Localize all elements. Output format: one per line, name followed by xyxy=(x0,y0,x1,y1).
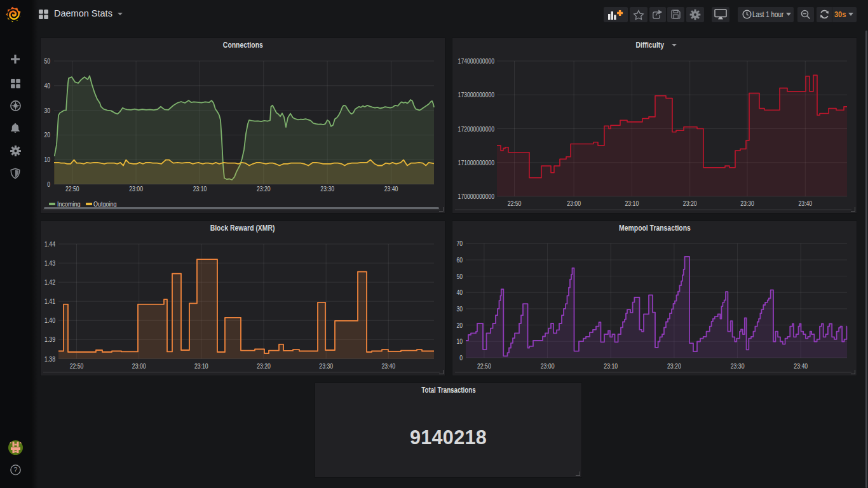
svg-text:22:50: 22:50 xyxy=(477,362,491,370)
svg-text:0: 0 xyxy=(459,353,463,362)
svg-text:172000000000: 172000000000 xyxy=(458,125,495,133)
svg-text:30: 30 xyxy=(44,106,50,114)
svg-text:23:00: 23:00 xyxy=(567,199,581,207)
svg-text:23:00: 23:00 xyxy=(132,362,146,370)
svg-text:1.43: 1.43 xyxy=(44,259,55,267)
svg-text:20: 20 xyxy=(456,321,463,329)
svg-text:23:20: 23:20 xyxy=(257,184,271,193)
svg-text:23:10: 23:10 xyxy=(194,362,208,370)
svg-text:23:30: 23:30 xyxy=(319,362,333,370)
svg-text:1.44: 1.44 xyxy=(44,240,55,248)
svg-text:23:30: 23:30 xyxy=(320,184,334,193)
svg-text:23:40: 23:40 xyxy=(798,199,812,207)
svg-text:23:20: 23:20 xyxy=(667,362,681,370)
svg-text:40: 40 xyxy=(456,288,463,296)
svg-text:23:10: 23:10 xyxy=(604,362,618,370)
svg-text:170000000000: 170000000000 xyxy=(458,192,495,200)
svg-text:?: ? xyxy=(14,466,18,473)
svg-text:23:20: 23:20 xyxy=(257,362,271,370)
svg-text:173000000000: 173000000000 xyxy=(458,90,495,98)
svg-text:23:40: 23:40 xyxy=(384,184,398,193)
svg-text:20: 20 xyxy=(44,130,50,139)
svg-text:23:20: 23:20 xyxy=(683,199,697,207)
svg-text:1.39: 1.39 xyxy=(44,335,55,343)
svg-text:50: 50 xyxy=(44,57,50,65)
svg-text:22:50: 22:50 xyxy=(508,199,522,207)
svg-text:23:00: 23:00 xyxy=(129,184,143,193)
svg-text:23:30: 23:30 xyxy=(740,199,754,207)
svg-text:60: 60 xyxy=(456,255,463,264)
svg-text:22:50: 22:50 xyxy=(65,184,79,193)
svg-text:10: 10 xyxy=(44,155,50,163)
svg-text:30: 30 xyxy=(456,304,463,313)
svg-text:1.40: 1.40 xyxy=(44,316,55,324)
svg-text:23:40: 23:40 xyxy=(381,362,395,370)
svg-text:1.38: 1.38 xyxy=(44,355,55,363)
svg-text:50: 50 xyxy=(456,272,463,280)
svg-text:23:40: 23:40 xyxy=(794,362,808,370)
svg-text:0: 0 xyxy=(47,180,50,188)
svg-text:10: 10 xyxy=(456,337,463,345)
svg-text:1.42: 1.42 xyxy=(44,278,55,286)
svg-text:171000000000: 171000000000 xyxy=(458,158,495,166)
svg-text:23:00: 23:00 xyxy=(541,362,555,370)
svg-text:174000000000: 174000000000 xyxy=(458,57,495,65)
svg-text:23:10: 23:10 xyxy=(193,184,207,193)
svg-text:1.41: 1.41 xyxy=(44,297,55,305)
svg-text:23:10: 23:10 xyxy=(625,199,639,207)
svg-text:23:30: 23:30 xyxy=(731,362,745,370)
svg-text:40: 40 xyxy=(44,81,50,90)
svg-text:22:50: 22:50 xyxy=(70,362,84,370)
svg-text:70: 70 xyxy=(456,239,463,247)
